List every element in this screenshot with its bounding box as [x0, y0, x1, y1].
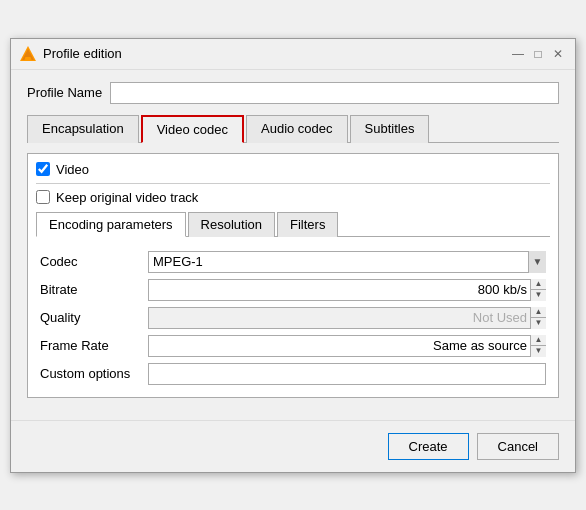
video-checkbox-label[interactable]: Video	[56, 162, 89, 177]
profile-name-input[interactable]	[110, 82, 559, 104]
bitrate-spinner: ▲ ▼	[148, 279, 546, 301]
keep-original-checkbox-row: Keep original video track	[36, 190, 550, 205]
tab-resolution[interactable]: Resolution	[188, 212, 275, 237]
bitrate-down-button[interactable]: ▼	[531, 290, 546, 301]
encoding-form: Codec MPEG-1 MPEG-2 MPEG-4 H.264 H.265 V…	[36, 247, 550, 389]
framerate-spinner: ▲ ▼	[148, 335, 546, 357]
codec-select-wrapper: MPEG-1 MPEG-2 MPEG-4 H.264 H.265 VP8 VP9…	[148, 251, 546, 273]
bitrate-input[interactable]	[148, 279, 546, 301]
tab-subtitles[interactable]: Subtitles	[350, 115, 430, 143]
framerate-down-button[interactable]: ▼	[531, 346, 546, 357]
main-tab-bar: Encapsulation Video codec Audio codec Su…	[27, 114, 559, 143]
tab-filters[interactable]: Filters	[277, 212, 338, 237]
close-button[interactable]: ✕	[549, 45, 567, 63]
framerate-input[interactable]	[148, 335, 546, 357]
video-checkbox-row: Video	[36, 162, 550, 177]
window-title: Profile edition	[43, 46, 122, 61]
tab-encapsulation[interactable]: Encapsulation	[27, 115, 139, 143]
quality-spinner-buttons: ▲ ▼	[530, 307, 546, 329]
svg-rect-3	[24, 59, 32, 61]
keep-original-label[interactable]: Keep original video track	[56, 190, 198, 205]
divider-1	[36, 183, 550, 184]
title-bar: Profile edition — □ ✕	[11, 39, 575, 70]
bitrate-label: Bitrate	[40, 282, 140, 297]
bitrate-spinner-buttons: ▲ ▼	[530, 279, 546, 301]
tab-encoding-parameters[interactable]: Encoding parameters	[36, 212, 186, 237]
framerate-spinner-buttons: ▲ ▼	[530, 335, 546, 357]
framerate-up-button[interactable]: ▲	[531, 335, 546, 347]
quality-spinner: ▲ ▼	[148, 307, 546, 329]
minimize-button[interactable]: —	[509, 45, 527, 63]
codec-label: Codec	[40, 254, 140, 269]
dialog-window: Profile edition — □ ✕ Profile Name Encap…	[10, 38, 576, 473]
title-buttons: — □ ✕	[509, 45, 567, 63]
title-bar-left: Profile edition	[19, 45, 122, 63]
framerate-label: Frame Rate	[40, 338, 140, 353]
inner-tab-bar: Encoding parameters Resolution Filters	[36, 211, 550, 237]
create-button[interactable]: Create	[388, 433, 469, 460]
tab-audio-codec[interactable]: Audio codec	[246, 115, 348, 143]
video-checkbox[interactable]	[36, 162, 50, 176]
tab-video-codec[interactable]: Video codec	[141, 115, 244, 143]
profile-name-label: Profile Name	[27, 85, 102, 100]
profile-name-row: Profile Name	[27, 82, 559, 104]
maximize-button[interactable]: □	[529, 45, 547, 63]
quality-up-button: ▲	[531, 307, 546, 319]
window-body: Profile Name Encapsulation Video codec A…	[11, 70, 575, 410]
quality-down-button: ▼	[531, 318, 546, 329]
bitrate-up-button[interactable]: ▲	[531, 279, 546, 291]
codec-select[interactable]: MPEG-1 MPEG-2 MPEG-4 H.264 H.265 VP8 VP9	[148, 251, 546, 273]
custom-options-label: Custom options	[40, 366, 140, 381]
quality-label: Quality	[40, 310, 140, 325]
cancel-button[interactable]: Cancel	[477, 433, 559, 460]
video-section: Video Keep original video track Encoding…	[27, 153, 559, 398]
custom-options-input[interactable]	[148, 363, 546, 385]
vlc-icon	[19, 45, 37, 63]
keep-original-checkbox[interactable]	[36, 190, 50, 204]
quality-input	[148, 307, 546, 329]
bottom-bar: Create Cancel	[11, 420, 575, 472]
